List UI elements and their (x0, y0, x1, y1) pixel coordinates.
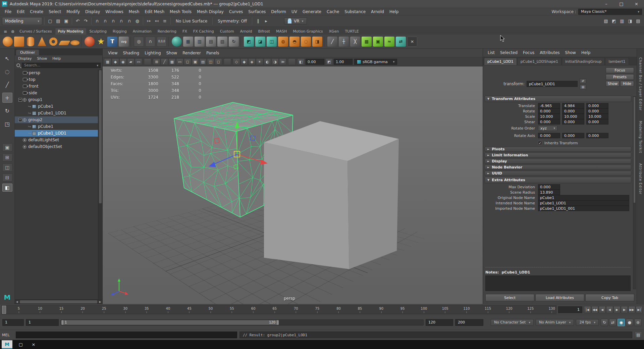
exposure-field[interactable]: 0.00 (306, 59, 324, 65)
shelf-tab-poly-modeling[interactable]: Poly Modeling (55, 28, 86, 35)
expand-toggle-icon[interactable] (27, 132, 32, 135)
playback-range-bar[interactable]: 1 120 (61, 320, 279, 325)
outliner-menu-help[interactable]: Help (50, 56, 63, 61)
wireframe-icon[interactable]: ◇ (233, 58, 240, 65)
poly-plane-icon[interactable] (58, 41, 70, 45)
menu-modify[interactable]: Modify (64, 8, 83, 15)
shelf-menu-icon[interactable]: ≡ (2, 29, 9, 35)
lock-camera-icon[interactable]: ◆ (112, 58, 119, 65)
step-forward-frame-button[interactable]: ▶▶ (628, 306, 635, 313)
textured-icon[interactable]: ◈ (248, 58, 256, 65)
animation-end-field[interactable]: 200 (455, 319, 483, 326)
input-connections-icon[interactable]: ↦ (145, 17, 153, 25)
type-tool-icon[interactable]: T (107, 37, 117, 47)
outliner-menu-show[interactable]: Show (35, 56, 50, 61)
2d-pan-zoom-icon[interactable]: ⊞ (153, 58, 160, 65)
menu-mesh-tools[interactable]: Mesh Tools (167, 8, 194, 15)
animation-start-field[interactable]: 1 (2, 319, 24, 326)
menu-deform[interactable]: Deform (268, 8, 289, 15)
shelf-tab-mash[interactable]: MASH (273, 28, 289, 35)
sculpt-relax-icon[interactable]: ≈ (384, 37, 394, 47)
poly-star-icon[interactable]: ★ (96, 37, 106, 47)
remesh-icon[interactable]: ▤ (206, 37, 216, 47)
step-back-frame-button[interactable]: ◀◀ (591, 306, 598, 313)
z-value-field[interactable]: 0.000 (586, 103, 608, 108)
four-pane-layout-button[interactable]: ⊞ (2, 153, 12, 161)
shelf-tab-rendering[interactable]: Rendering (155, 28, 179, 35)
shaded-icon[interactable]: ◆ (240, 58, 248, 65)
scrollbar-thumb[interactable] (20, 300, 97, 303)
section-uuid[interactable]: ► UUID (485, 171, 631, 176)
menu-mesh[interactable]: Mesh (126, 8, 142, 15)
modeling-toolkit-toggle-icon[interactable]: ▧ (602, 17, 610, 25)
expand-toggle-icon[interactable] (27, 105, 32, 108)
film-gate-icon[interactable]: ▭ (176, 58, 183, 65)
x-value-field[interactable]: 0.000 (538, 119, 560, 124)
outliner-item-group1-pcube1[interactable]: pCube1 (15, 103, 98, 110)
shelf-tab-curves-surfaces[interactable]: Curves / Surfaces (17, 28, 55, 35)
section-limit-information[interactable]: ► Limit Information (485, 153, 631, 158)
taskbar-maya-button[interactable]: M (2, 340, 12, 349)
use-all-lights-icon[interactable]: ☀ (256, 58, 263, 65)
y-value-field[interactable]: 4.984 (562, 103, 584, 108)
ae-tab-pcube1-lod1[interactable]: pCube1_LOD1 (484, 58, 517, 65)
y-value-field[interactable]: 10.000 (562, 114, 584, 119)
shelf-tab-turtle[interactable]: TURTLE (342, 28, 361, 35)
panel-menu-lighting[interactable]: Lighting (142, 50, 164, 56)
taskbar-close-button[interactable]: × (29, 340, 38, 349)
ae-menu-focus[interactable]: Focus (520, 49, 537, 56)
menu-generate[interactable]: Generate (300, 8, 324, 15)
panel-menu-shading[interactable]: Shading (120, 50, 142, 56)
field-chart-icon[interactable]: ▤ (199, 58, 207, 65)
poly-cube-icon[interactable] (14, 37, 24, 47)
menu-file[interactable]: File (2, 8, 14, 15)
attribute-value-field[interactable]: pCube1_LOD1 (538, 200, 629, 206)
camera-attributes-icon[interactable]: ◉ (119, 58, 127, 65)
menu-uv[interactable]: UV (289, 8, 300, 15)
outliner-item-side[interactable]: side (15, 90, 98, 96)
poly-cone-icon[interactable] (37, 37, 47, 47)
outliner-item-group1-pcube1-lod1[interactable]: pCube1_LOD1 (15, 110, 98, 116)
combine-icon[interactable]: ◓ (289, 37, 300, 47)
panel-menu-show[interactable]: Show (164, 50, 180, 56)
menu-create[interactable]: Create (27, 8, 46, 15)
snap-to-points-icon[interactable]: ∩ (109, 17, 117, 25)
viewport-canvas[interactable]: Verts: 1508 176 0 Edges: 3300 522 0 (103, 66, 483, 304)
exposure-icon[interactable]: ◧ (297, 58, 305, 65)
snap-to-grids-icon[interactable]: ∩ (93, 17, 101, 25)
paint-select-tool[interactable]: ╱ (2, 80, 12, 90)
z-value-field[interactable]: 0.000 (586, 108, 608, 114)
bevel-icon[interactable]: ◪ (255, 37, 265, 47)
step-forward-key-button[interactable]: ▶ (621, 306, 628, 313)
expand-toggle-icon[interactable] (27, 111, 32, 115)
shelf-gear-icon[interactable]: ⊛ (9, 29, 16, 35)
snap-to-projected-center-icon[interactable]: ∩ (117, 17, 125, 25)
section-transform-attributes[interactable]: ▼ Transform Attributes (485, 96, 631, 102)
transform-name-field[interactable]: pCube1_LOD1 (527, 81, 578, 87)
subdivide-icon[interactable]: ▦ (183, 37, 193, 47)
outliner-item-front[interactable]: front (15, 83, 98, 90)
y-value-field[interactable]: 0.000 (562, 133, 584, 138)
go-to-end-button[interactable]: ▶| (636, 306, 643, 313)
motion-blur-icon[interactable]: ≫ (279, 58, 286, 65)
svg-tool-icon[interactable]: svg (119, 37, 129, 47)
save-scene-icon[interactable]: ▣ (62, 17, 70, 25)
single-pane-layout-button[interactable]: ▣ (2, 143, 12, 151)
gamma-icon[interactable]: ◩ (325, 58, 333, 65)
shelf-tab-fx[interactable]: FX (180, 28, 190, 35)
time-snap-icon[interactable]: ◉ (618, 319, 625, 326)
outliner-item-group1[interactable]: group1 (15, 96, 98, 103)
interactive-playback-icon[interactable]: ▸ (262, 17, 270, 25)
menu-set-dropdown[interactable]: Modeling ▾ (2, 17, 42, 25)
ae-tab-pcube1-lodshape1[interactable]: pCube1_LODShape1 (517, 58, 561, 65)
z-value-field[interactable]: 0.000 (586, 133, 608, 138)
symmetrize-icon[interactable]: ⇄ (396, 37, 406, 47)
ae-menu-help[interactable]: Help (579, 49, 593, 56)
quad-draw-icon[interactable]: ▩ (362, 37, 372, 47)
center-pivot-icon[interactable]: ◎ (134, 37, 144, 47)
outliner-item-group2[interactable]: group2 (15, 116, 98, 123)
play-backwards-button[interactable]: ◀ (606, 306, 613, 313)
menu-help[interactable]: Help (387, 8, 401, 15)
redo-icon[interactable]: ↷ (82, 17, 90, 25)
new-scene-icon[interactable]: ▢ (46, 17, 54, 25)
